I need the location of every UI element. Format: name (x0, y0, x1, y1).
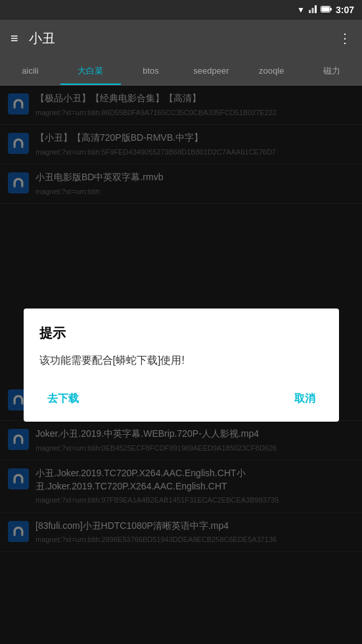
status-icons: ▼ 3:07 (297, 5, 354, 16)
tab-seedpeer[interactable]: seedpeer (181, 57, 241, 85)
dialog-box: 提示 该功能需要配合[蟒蛇下载]使用! 去下载 取消 (24, 309, 339, 422)
wifi-icon: ▼ (297, 5, 305, 14)
menu-icon[interactable]: ≡ (11, 31, 18, 46)
signal-icon (308, 5, 317, 16)
tab-aicili[interactable]: aicili (0, 57, 60, 85)
dialog-actions: 去下载 取消 (39, 382, 323, 416)
dialog-cancel-button[interactable]: 取消 (286, 387, 323, 411)
tab-zooqle[interactable]: zooqle (241, 57, 302, 85)
status-bar: ▼ 3:07 (0, 0, 362, 20)
tab-bar: aicili 大白菜 btos seedpeer zooqle 磁力 (0, 57, 362, 86)
dialog-title: 提示 (39, 324, 323, 342)
dialog-message: 该功能需要配合[蟒蛇下载]使用! (39, 353, 323, 368)
svg-rect-4 (321, 7, 329, 11)
status-time: 3:07 (336, 5, 354, 15)
tab-cili5[interactable]: 磁力 (302, 57, 362, 85)
top-bar: ≡ 小丑 ⋮ (0, 20, 362, 57)
tab-dabaicai[interactable]: 大白菜 (60, 57, 121, 85)
tab-btos[interactable]: btos (121, 57, 181, 85)
dialog-overlay: 提示 该功能需要配合[蟒蛇下载]使用! 去下载 取消 (0, 86, 362, 644)
svg-rect-1 (311, 8, 313, 13)
content-area: 【极品小丑】【经典电影合集】【高清】 magnet:?xt=urn:btih:8… (0, 86, 362, 644)
svg-rect-0 (309, 10, 311, 13)
battery-icon (321, 5, 332, 15)
more-icon[interactable]: ⋮ (338, 30, 351, 46)
svg-rect-2 (315, 5, 317, 13)
app-title: 小丑 (29, 30, 328, 47)
dialog-confirm-button[interactable]: 去下载 (39, 387, 87, 411)
svg-rect-5 (330, 8, 332, 11)
